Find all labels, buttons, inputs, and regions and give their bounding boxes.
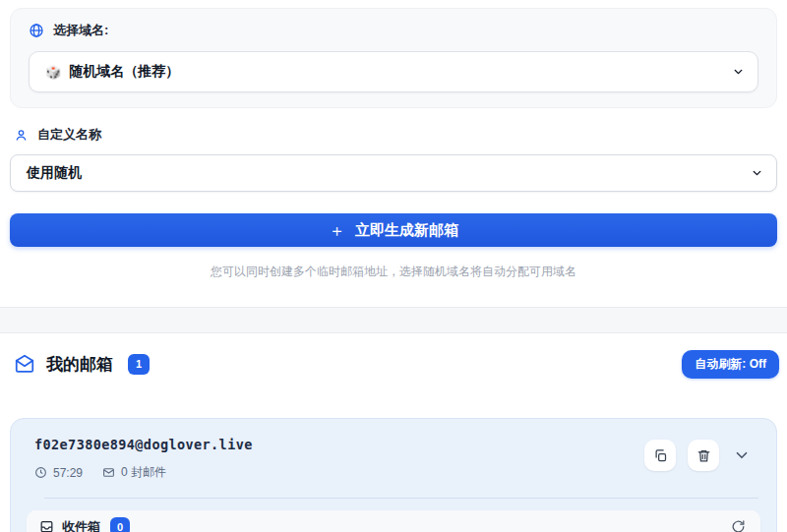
copy-email-button[interactable] <box>644 440 676 471</box>
dice-icon: 🎲 <box>45 66 61 79</box>
email-card-header: f02e7380e894@doglover.live 57:29 0 封邮件 <box>27 437 760 481</box>
email-mail-count: 0 封邮件 <box>121 464 166 481</box>
chevron-down-icon <box>751 167 763 180</box>
custom-name-label-row: 自定义名称 <box>10 126 777 144</box>
refresh-icon <box>731 519 746 532</box>
domain-select-value: 随机域名（推荐） <box>69 63 179 81</box>
custom-name-select[interactable]: 使用随机 <box>10 154 777 192</box>
inbox-icon <box>39 519 54 532</box>
clock-icon <box>34 466 47 479</box>
mailbox-title: 我的邮箱 <box>46 353 113 376</box>
inbox-count-badge: 0 <box>110 517 130 532</box>
generate-email-button-label: 立即生成新邮箱 <box>355 221 458 240</box>
temp-mail-page: 选择域名: 🎲 随机域名（推荐） 自定义名称 使用随机 ＋ 立即生成新邮箱 您可… <box>0 0 787 532</box>
copy-icon <box>653 448 668 463</box>
section-divider <box>0 307 787 333</box>
mail-open-icon <box>14 353 35 375</box>
chevron-down-icon <box>733 446 751 464</box>
email-actions <box>644 440 753 471</box>
inbox-refresh-button[interactable] <box>729 517 748 532</box>
inbox-label: 收件箱 <box>62 518 100 532</box>
auto-refresh-toggle[interactable]: 自动刷新: Off <box>682 350 779 379</box>
chevron-down-icon <box>732 66 745 79</box>
email-card-divider <box>44 498 758 499</box>
delete-email-button[interactable] <box>688 440 719 471</box>
trash-icon <box>696 448 711 463</box>
generate-email-button[interactable]: ＋ 立即生成新邮箱 <box>10 213 777 247</box>
mail-icon <box>102 466 115 479</box>
mailbox-header: 我的邮箱 1 自动刷新: Off <box>14 349 779 379</box>
mailbox-count-badge: 1 <box>128 354 150 375</box>
domain-select[interactable]: 🎲 随机域名（推荐） <box>29 51 758 92</box>
inbox-section: 收件箱 0 <box>27 510 760 532</box>
custom-name-select-value: 使用随机 <box>27 164 82 182</box>
mailbox-title-row: 我的邮箱 1 <box>14 353 150 376</box>
inbox-header: 收件箱 0 <box>27 510 760 532</box>
domain-card: 选择域名: 🎲 随机域名（推荐） <box>10 8 777 108</box>
email-timer: 57:29 <box>53 466 83 480</box>
helper-text: 您可以同时创建多个临时邮箱地址，选择随机域名将自动分配可用域名 <box>0 264 787 280</box>
email-card: f02e7380e894@doglover.live 57:29 0 封邮件 <box>10 418 777 532</box>
domain-label: 选择域名: <box>53 22 108 39</box>
user-icon <box>14 128 29 143</box>
custom-name-label: 自定义名称 <box>37 126 101 144</box>
expand-email-card-button[interactable] <box>731 444 753 466</box>
plus-icon: ＋ <box>329 222 345 239</box>
globe-icon <box>29 23 44 38</box>
domain-label-row: 选择域名: <box>29 22 758 39</box>
